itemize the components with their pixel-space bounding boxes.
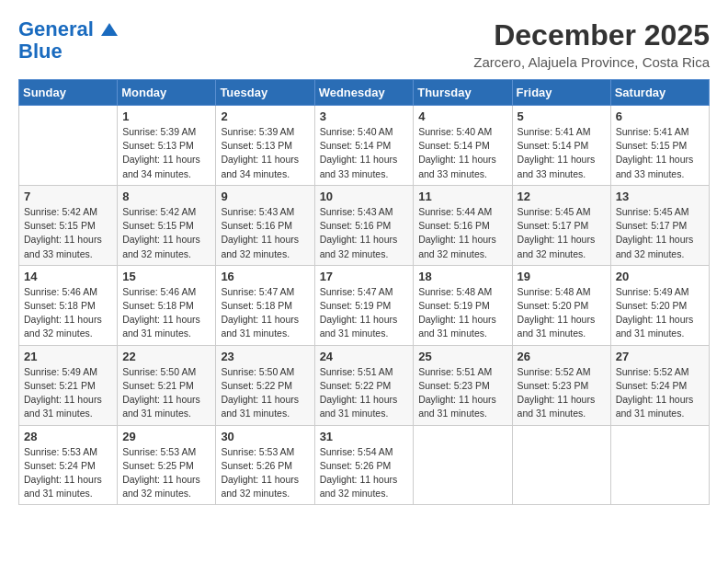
calendar-week-5: 28Sunrise: 5:53 AM Sunset: 5:24 PM Dayli… (19, 425, 710, 505)
day-number: 28 (24, 430, 112, 443)
calendar-cell: 13Sunrise: 5:45 AM Sunset: 5:17 PM Dayli… (610, 185, 709, 265)
weekday-header-tuesday: Tuesday (216, 80, 314, 106)
calendar-cell: 16Sunrise: 5:47 AM Sunset: 5:18 PM Dayli… (216, 265, 314, 345)
calendar-cell: 23Sunrise: 5:50 AM Sunset: 5:22 PM Dayli… (216, 345, 314, 425)
calendar-cell: 14Sunrise: 5:46 AM Sunset: 5:18 PM Dayli… (19, 265, 118, 345)
calendar-cell: 29Sunrise: 5:53 AM Sunset: 5:25 PM Dayli… (118, 425, 216, 505)
day-number: 9 (221, 190, 309, 203)
day-info: Sunrise: 5:46 AM Sunset: 5:18 PM Dayligh… (24, 285, 112, 341)
day-info: Sunrise: 5:47 AM Sunset: 5:19 PM Dayligh… (320, 285, 409, 341)
day-info: Sunrise: 5:40 AM Sunset: 5:14 PM Dayligh… (320, 125, 409, 181)
weekday-header-saturday: Saturday (610, 80, 709, 106)
day-info: Sunrise: 5:44 AM Sunset: 5:16 PM Dayligh… (418, 205, 506, 261)
day-info: Sunrise: 5:46 AM Sunset: 5:18 PM Dayligh… (122, 285, 210, 341)
day-number: 12 (518, 190, 606, 203)
day-info: Sunrise: 5:39 AM Sunset: 5:13 PM Dayligh… (221, 125, 309, 181)
day-number: 14 (24, 270, 112, 283)
calendar-cell: 22Sunrise: 5:50 AM Sunset: 5:21 PM Dayli… (118, 345, 216, 425)
page-header: General Blue December 2025 Zarcero, Alaj… (18, 18, 710, 70)
calendar-week-3: 14Sunrise: 5:46 AM Sunset: 5:18 PM Dayli… (19, 265, 710, 345)
calendar-cell: 11Sunrise: 5:44 AM Sunset: 5:16 PM Dayli… (414, 185, 512, 265)
calendar-cell: 21Sunrise: 5:49 AM Sunset: 5:21 PM Dayli… (19, 345, 118, 425)
day-number: 25 (418, 350, 506, 363)
day-info: Sunrise: 5:40 AM Sunset: 5:14 PM Dayligh… (418, 125, 506, 181)
day-info: Sunrise: 5:43 AM Sunset: 5:16 PM Dayligh… (221, 205, 309, 261)
day-info: Sunrise: 5:43 AM Sunset: 5:16 PM Dayligh… (320, 205, 409, 261)
calendar-cell: 9Sunrise: 5:43 AM Sunset: 5:16 PM Daylig… (216, 185, 314, 265)
day-info: Sunrise: 5:42 AM Sunset: 5:15 PM Dayligh… (122, 205, 210, 261)
day-number: 18 (418, 270, 506, 283)
day-number: 27 (616, 350, 704, 363)
calendar-cell: 2Sunrise: 5:39 AM Sunset: 5:13 PM Daylig… (216, 106, 314, 186)
day-info: Sunrise: 5:45 AM Sunset: 5:17 PM Dayligh… (616, 205, 704, 261)
day-info: Sunrise: 5:50 AM Sunset: 5:22 PM Dayligh… (221, 365, 309, 421)
day-info: Sunrise: 5:41 AM Sunset: 5:15 PM Dayligh… (616, 125, 704, 181)
day-number: 7 (24, 190, 112, 203)
calendar-cell: 17Sunrise: 5:47 AM Sunset: 5:19 PM Dayli… (314, 265, 414, 345)
day-info: Sunrise: 5:51 AM Sunset: 5:22 PM Dayligh… (320, 365, 409, 421)
logo-blue: Blue (18, 40, 63, 63)
calendar-cell: 3Sunrise: 5:40 AM Sunset: 5:14 PM Daylig… (314, 106, 414, 186)
calendar-cell: 26Sunrise: 5:52 AM Sunset: 5:23 PM Dayli… (512, 345, 610, 425)
title-block: December 2025 Zarcero, Alajuela Province… (473, 18, 710, 70)
day-number: 23 (221, 350, 309, 363)
day-number: 20 (616, 270, 704, 283)
calendar-cell: 28Sunrise: 5:53 AM Sunset: 5:24 PM Dayli… (19, 425, 118, 505)
calendar-cell: 15Sunrise: 5:46 AM Sunset: 5:18 PM Dayli… (118, 265, 216, 345)
day-number: 5 (518, 109, 606, 123)
weekday-header-monday: Monday (118, 80, 216, 106)
day-info: Sunrise: 5:51 AM Sunset: 5:23 PM Dayligh… (418, 365, 506, 421)
calendar-cell: 8Sunrise: 5:42 AM Sunset: 5:15 PM Daylig… (118, 185, 216, 265)
day-info: Sunrise: 5:42 AM Sunset: 5:15 PM Dayligh… (24, 205, 112, 261)
calendar-cell: 5Sunrise: 5:41 AM Sunset: 5:14 PM Daylig… (512, 106, 610, 186)
day-number: 3 (320, 109, 409, 123)
day-info: Sunrise: 5:53 AM Sunset: 5:25 PM Dayligh… (122, 445, 210, 501)
day-number: 16 (221, 270, 309, 283)
calendar-cell: 7Sunrise: 5:42 AM Sunset: 5:15 PM Daylig… (19, 185, 118, 265)
day-info: Sunrise: 5:49 AM Sunset: 5:21 PM Dayligh… (24, 365, 112, 421)
day-number: 17 (320, 270, 409, 283)
weekday-header-thursday: Thursday (414, 80, 512, 106)
day-number: 2 (221, 109, 309, 123)
calendar-cell (19, 106, 118, 186)
day-info: Sunrise: 5:48 AM Sunset: 5:20 PM Dayligh… (518, 285, 606, 341)
month-title: December 2025 (473, 18, 710, 52)
logo-general: General (18, 17, 94, 40)
weekday-header-row: SundayMondayTuesdayWednesdayThursdayFrid… (19, 80, 710, 106)
day-number: 30 (221, 430, 309, 443)
calendar-cell: 27Sunrise: 5:52 AM Sunset: 5:24 PM Dayli… (610, 345, 709, 425)
day-number: 1 (122, 109, 210, 123)
day-info: Sunrise: 5:39 AM Sunset: 5:13 PM Dayligh… (122, 125, 210, 181)
calendar-cell (610, 425, 709, 505)
weekday-header-wednesday: Wednesday (314, 80, 414, 106)
calendar-table: SundayMondayTuesdayWednesdayThursdayFrid… (18, 79, 710, 505)
svg-marker-0 (101, 23, 118, 36)
day-info: Sunrise: 5:53 AM Sunset: 5:26 PM Dayligh… (221, 445, 309, 501)
calendar-cell: 24Sunrise: 5:51 AM Sunset: 5:22 PM Dayli… (314, 345, 414, 425)
calendar-cell: 31Sunrise: 5:54 AM Sunset: 5:26 PM Dayli… (314, 425, 414, 505)
day-info: Sunrise: 5:48 AM Sunset: 5:19 PM Dayligh… (418, 285, 506, 341)
location-title: Zarcero, Alajuela Province, Costa Rica (473, 54, 710, 70)
calendar-cell (512, 425, 610, 505)
calendar-cell: 20Sunrise: 5:49 AM Sunset: 5:20 PM Dayli… (610, 265, 709, 345)
day-number: 22 (122, 350, 210, 363)
day-number: 26 (518, 350, 606, 363)
calendar-cell: 10Sunrise: 5:43 AM Sunset: 5:16 PM Dayli… (314, 185, 414, 265)
calendar-week-1: 1Sunrise: 5:39 AM Sunset: 5:13 PM Daylig… (19, 106, 710, 186)
day-number: 19 (518, 270, 606, 283)
calendar-cell: 6Sunrise: 5:41 AM Sunset: 5:15 PM Daylig… (610, 106, 709, 186)
logo-icon (101, 23, 118, 36)
day-number: 8 (122, 190, 210, 203)
weekday-header-sunday: Sunday (19, 80, 118, 106)
weekday-header-friday: Friday (512, 80, 610, 106)
logo: General Blue (18, 18, 118, 63)
day-info: Sunrise: 5:47 AM Sunset: 5:18 PM Dayligh… (221, 285, 309, 341)
calendar-cell: 19Sunrise: 5:48 AM Sunset: 5:20 PM Dayli… (512, 265, 610, 345)
day-number: 6 (616, 109, 704, 123)
day-info: Sunrise: 5:52 AM Sunset: 5:24 PM Dayligh… (616, 365, 704, 421)
calendar-cell: 12Sunrise: 5:45 AM Sunset: 5:17 PM Dayli… (512, 185, 610, 265)
day-number: 10 (320, 190, 409, 203)
day-info: Sunrise: 5:45 AM Sunset: 5:17 PM Dayligh… (518, 205, 606, 261)
day-number: 31 (320, 430, 409, 443)
day-number: 29 (122, 430, 210, 443)
